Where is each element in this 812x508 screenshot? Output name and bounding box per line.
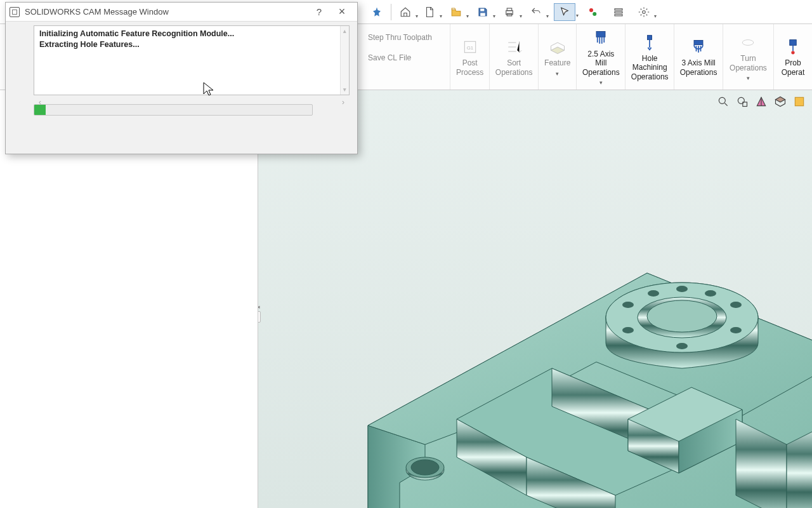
svg-point-16 (743, 40, 754, 46)
close-button[interactable]: × (331, 3, 353, 21)
open-button[interactable] (447, 3, 465, 21)
svg-point-32 (730, 327, 742, 333)
log-line: Extracting Hole Features... (39, 39, 344, 50)
svg-rect-3 (507, 8, 512, 11)
svg-rect-0 (480, 8, 484, 11)
svg-point-34 (705, 290, 716, 297)
dropdown-caret: ▾ (747, 75, 750, 81)
zoom-area-icon[interactable] (735, 94, 750, 109)
sort-icon (504, 37, 524, 57)
cam-message-window: SOLIDWORKS CAM Message Window ? × Initia… (5, 2, 358, 154)
turn-label: Turn Operations (730, 54, 767, 72)
25-axis-mill-button[interactable]: 2.5 Axis Mill Operations ▾ (577, 24, 625, 90)
save-button[interactable] (474, 3, 492, 21)
message-log: Initializing Automatic Feature Recogniti… (34, 25, 350, 95)
print-button[interactable] (501, 3, 518, 21)
hole-icon (639, 32, 660, 53)
svg-rect-1 (480, 13, 485, 16)
svg-rect-15 (694, 41, 703, 45)
settings-button[interactable] (635, 3, 653, 21)
dialog-body: Initializing Automatic Feature Recogniti… (6, 22, 357, 123)
svg-point-6 (593, 12, 596, 16)
post-process-label: Post Process (456, 58, 483, 77)
hole-label: Hole Machining Operations (631, 54, 669, 81)
3-axis-mill-button[interactable]: 3 Axis Mill Operations (674, 24, 723, 90)
dialog-titlebar[interactable]: SOLIDWORKS CAM Message Window ? × (6, 3, 357, 22)
svg-point-10 (643, 10, 646, 13)
mill-25-label: 2.5 Axis Mill Operations (582, 50, 620, 77)
svg-point-27 (676, 286, 688, 292)
progress-bar (34, 104, 313, 116)
options-list-button[interactable] (610, 3, 627, 21)
svg-rect-7 (615, 8, 622, 10)
separator (391, 4, 391, 20)
turn-operations-button[interactable]: Turn Operations ▾ (723, 24, 774, 90)
svg-point-5 (589, 8, 593, 12)
feature-icon (547, 37, 568, 57)
svg-rect-17 (790, 40, 797, 46)
progress-fill (34, 105, 46, 115)
turn-icon (738, 32, 758, 53)
svg-text:G1: G1 (466, 45, 473, 51)
dropdown-caret: ▾ (556, 70, 559, 77)
scroll-right-icon[interactable]: › (342, 98, 344, 107)
display-style-icon[interactable] (773, 94, 788, 109)
zoom-fit-icon[interactable] (716, 94, 731, 109)
post-process-icon: G1 (460, 37, 480, 57)
sort-label: Sort Operations (495, 58, 533, 77)
svg-point-18 (791, 51, 794, 54)
feature-button[interactable]: Feature ▾ (539, 24, 577, 90)
heads-up-view-toolbar (716, 94, 807, 109)
post-process-button[interactable]: G1 Post Process (450, 24, 490, 90)
step-thru-toolpath-button[interactable]: Step Thru Toolpath (368, 33, 432, 42)
svg-point-20 (738, 97, 744, 104)
log-line: Initializing Automatic Feature Recogniti… (39, 29, 344, 39)
svg-rect-14 (648, 36, 652, 40)
appearance-icon[interactable] (792, 94, 807, 109)
svg-rect-22 (795, 97, 803, 105)
probe-operations-button[interactable]: Prob Operat (774, 24, 812, 90)
toolpath-group: Step Thru Toolpath Save CL File (362, 24, 450, 90)
svg-rect-9 (615, 14, 622, 15)
hole-machining-button[interactable]: Hole Machining Operations (625, 24, 674, 90)
mill-3-icon (688, 37, 709, 57)
home-button[interactable] (396, 3, 414, 21)
dialog-title: SOLIDWORKS CAM Message Window (25, 7, 308, 17)
svg-point-26 (647, 300, 717, 332)
probe-icon (783, 37, 803, 57)
svg-point-37 (411, 460, 439, 475)
svg-point-19 (719, 97, 725, 104)
help-button[interactable]: ? (308, 3, 331, 21)
feature-label: Feature (544, 58, 570, 67)
mill-25-icon (591, 28, 611, 48)
step-thru-label: Step Thru Toolpath (368, 33, 432, 42)
save-cl-file-button[interactable]: Save CL File (368, 53, 411, 62)
window-icon (10, 7, 20, 17)
undo-button[interactable] (527, 3, 545, 21)
svg-rect-13 (596, 31, 605, 37)
vertical-scrollbar[interactable]: ▴▾ (340, 26, 349, 95)
svg-point-33 (648, 290, 659, 297)
svg-point-29 (622, 302, 634, 308)
select-button[interactable] (554, 3, 575, 21)
svg-point-31 (622, 327, 634, 333)
section-view-icon[interactable] (754, 94, 769, 109)
save-cl-label: Save CL File (368, 53, 411, 62)
sort-operations-button[interactable]: Sort Operations (490, 24, 539, 90)
dropdown-caret: ▾ (599, 79, 603, 86)
svg-rect-8 (615, 11, 622, 13)
svg-point-28 (676, 343, 688, 349)
new-doc-button[interactable] (421, 3, 438, 21)
pin-icon[interactable] (368, 3, 386, 21)
rebuild-button[interactable] (584, 3, 602, 21)
mouse-cursor-icon (203, 82, 214, 97)
probe-label: Prob Operat (782, 58, 805, 77)
panel-splitter-handle[interactable] (258, 299, 261, 327)
mill-3-label: 3 Axis Mill Operations (680, 58, 717, 77)
svg-point-30 (730, 302, 742, 308)
3d-model-display (330, 127, 812, 508)
